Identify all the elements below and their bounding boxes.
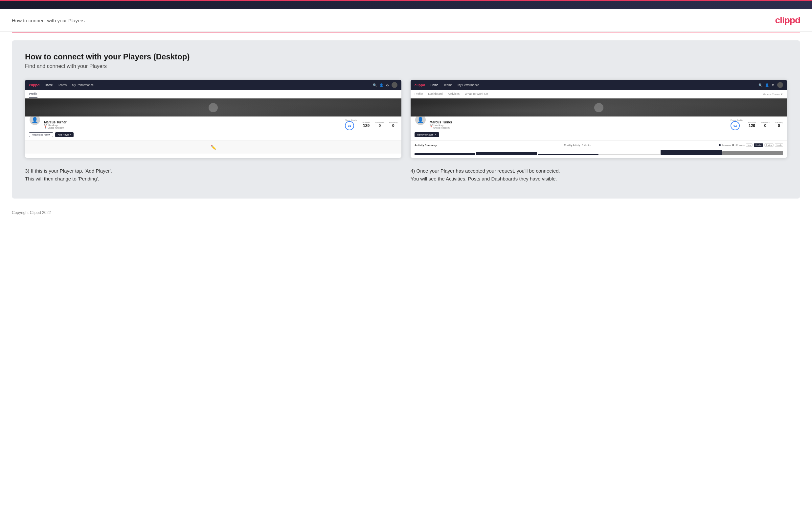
bar-4 <box>599 155 660 155</box>
player-name-left: Marcus Turner <box>44 120 342 124</box>
add-player-button-left[interactable]: Add Player + <box>55 132 73 137</box>
location-pin-icon-left: 📍 <box>44 126 47 129</box>
settings-icon-left[interactable]: ⚙ <box>386 83 389 87</box>
nav-logo-right: clippd <box>414 83 425 87</box>
profile-right: 👤 Marcus Turner 1-5 Handicap 📍 United Ki… <box>411 116 787 140</box>
nav-item-teams-left[interactable]: Teams <box>58 83 67 87</box>
chart-bars-right <box>414 149 783 155</box>
on-course-dot <box>719 144 721 146</box>
avatar-right[interactable] <box>777 82 783 88</box>
tab-profile-left[interactable]: Profile <box>29 90 38 98</box>
bar-1 <box>414 153 475 155</box>
off-course-dot <box>732 144 734 146</box>
tab-whattowWorkon-right[interactable]: What To Work On <box>465 90 488 98</box>
description-left: 3) If this is your Player tap, 'Add Play… <box>25 167 401 183</box>
footer: Copyright Clippd 2022 <box>0 207 812 219</box>
description-text-right: 4) Once your Player has accepted your re… <box>411 167 787 183</box>
mock-nav-left: clippd Home Teams My Performance 🔍 👤 ⚙ <box>25 80 401 90</box>
off-course-label: Off course <box>735 144 745 146</box>
period-btn-6mths[interactable]: 6 mths <box>754 144 763 147</box>
screenshots-row: clippd Home Teams My Performance 🔍 👤 ⚙ P… <box>25 80 787 158</box>
quality-circle-right: 92 <box>730 121 740 130</box>
quality-circle-left: 92 <box>345 121 354 130</box>
profile-row-left: 👤 Marcus Turner 1-5 Handicap 📍 United Ki… <box>29 119 398 130</box>
player-name-right: Marcus Turner <box>429 120 727 124</box>
nav-item-home-right[interactable]: Home <box>430 83 438 87</box>
activity-controls-right: On course Off course 1 yr 6 mths 3 mths … <box>719 144 783 147</box>
followers-stat-right: Followers 0 <box>761 121 770 128</box>
player-location-right: 📍 United Kingdom <box>429 126 727 129</box>
cursor-icon-left: ✏️ <box>211 145 216 150</box>
player-handicap-right: 1-5 Handicap <box>429 124 727 126</box>
tabs-user-right[interactable]: Marcus Turner ▼ <box>763 93 783 96</box>
profile-icon-left[interactable]: 👤 <box>379 83 383 87</box>
bar-5 <box>661 150 721 155</box>
nav-icons-left: 🔍 👤 ⚙ <box>373 82 398 88</box>
player-location-left: 📍 United Kingdom <box>44 126 342 129</box>
remove-player-button-right[interactable]: Remove Player ✕ <box>414 132 439 137</box>
descriptions-row: 3) If this is your Player tap, 'Add Play… <box>25 167 787 183</box>
remove-x-icon: ✕ <box>434 133 437 136</box>
tab-profile-right[interactable]: Profile <box>414 90 423 98</box>
stats-row-right: Player Quality 92 Activities 129 Followe… <box>730 119 783 130</box>
hero-right <box>411 99 787 116</box>
location-pin-icon-right: 📍 <box>429 126 433 129</box>
activity-header-right: Activity Summary Monthly Activity · 6 Mo… <box>414 144 783 147</box>
activities-stat-right: Activities 129 <box>748 121 756 128</box>
hero-left <box>25 99 401 116</box>
main-content: How to connect with your Players (Deskto… <box>12 40 800 199</box>
bar-6 <box>722 151 783 155</box>
bar-2 <box>476 152 537 155</box>
on-course-label: On course <box>722 144 731 146</box>
header-divider <box>12 32 800 33</box>
nav-item-home-left[interactable]: Home <box>45 83 53 87</box>
settings-icon-right[interactable]: ⚙ <box>772 83 774 87</box>
period-btn-1yr[interactable]: 1 yr <box>746 144 753 147</box>
followers-stat-left: Followers 0 <box>375 121 384 128</box>
description-right: 4) Once your Player has accepted your re… <box>411 167 787 183</box>
tab-dashboard-right[interactable]: Dashboard <box>428 90 443 98</box>
bar-3 <box>538 154 599 155</box>
activity-summary-right: Activity Summary Monthly Activity · 6 Mo… <box>411 140 787 158</box>
main-title: How to connect with your Players (Deskto… <box>25 52 787 61</box>
action-buttons-left: Request to Follow Add Player + <box>29 132 398 137</box>
clippd-logo: clippd <box>775 15 800 25</box>
description-text-left: 3) If this is your Player tap, 'Add Play… <box>25 167 401 183</box>
activities-stat-left: Activities 129 <box>362 121 370 128</box>
search-icon-right[interactable]: 🔍 <box>758 83 762 87</box>
hero-texture-right <box>411 99 787 116</box>
profile-info-left: Marcus Turner 1-5 Handicap 📍 United King… <box>44 120 342 129</box>
player-handicap-left: 1-5 Handicap <box>44 124 342 126</box>
header-title: How to connect with your Players <box>12 18 85 23</box>
activity-period-right: Monthly Activity · 6 Months <box>564 144 591 146</box>
tab-activities-right[interactable]: Activities <box>448 90 460 98</box>
following-stat-left: Following 0 <box>389 121 398 128</box>
quality-stat-right: Player Quality 92 <box>730 119 743 130</box>
period-btn-1mth[interactable]: 1 mth <box>775 144 783 147</box>
mock-tabs-right: Profile Dashboard Activities What To Wor… <box>411 90 787 99</box>
top-bar <box>0 0 812 9</box>
nav-icons-right: 🔍 👤 ⚙ <box>758 82 783 88</box>
hero-texture-left <box>25 99 401 116</box>
action-buttons-right: Remove Player ✕ <box>414 132 783 137</box>
copyright-text: Copyright Clippd 2022 <box>12 210 51 215</box>
quality-stat-left: Player Quality 92 <box>345 119 357 130</box>
header: How to connect with your Players clippd <box>0 9 812 32</box>
period-btn-3mths[interactable]: 3 mths <box>764 144 773 147</box>
search-icon-left[interactable]: 🔍 <box>373 83 377 87</box>
avatar-left[interactable] <box>392 82 398 88</box>
nav-item-performance-left[interactable]: My Performance <box>72 83 94 87</box>
nav-item-performance-right[interactable]: My Performance <box>458 83 479 87</box>
avatar-icon-right: 👤 <box>417 117 424 123</box>
nav-logo-left: clippd <box>29 83 39 87</box>
screenshot-right: clippd Home Teams My Performance 🔍 👤 ⚙ P… <box>411 80 787 158</box>
main-subtitle: Find and connect with your Players <box>25 63 787 69</box>
stats-row-left: Player Quality 92 Activities 129 Followe… <box>345 119 398 130</box>
following-stat-right: Following 0 <box>775 121 783 128</box>
profile-icon-right[interactable]: 👤 <box>765 83 769 87</box>
profile-left: 👤 Marcus Turner 1-5 Handicap 📍 United Ki… <box>25 116 401 140</box>
nav-item-teams-right[interactable]: Teams <box>444 83 452 87</box>
screenshot-left: clippd Home Teams My Performance 🔍 👤 ⚙ P… <box>25 80 401 158</box>
follow-button-left[interactable]: Request to Follow <box>29 132 53 137</box>
profile-info-right: Marcus Turner 1-5 Handicap 📍 United King… <box>429 120 727 129</box>
